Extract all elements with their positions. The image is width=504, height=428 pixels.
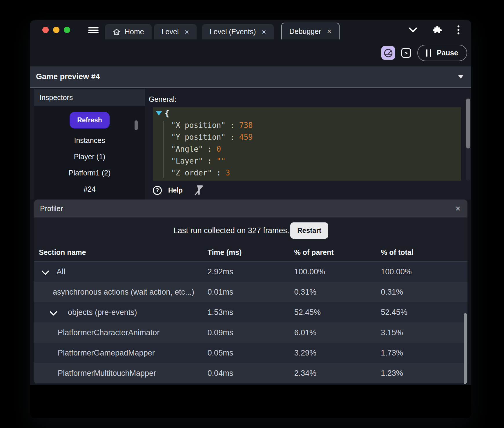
tab-close-icon[interactable]: × — [327, 28, 331, 35]
zoom-window-button[interactable] — [64, 27, 70, 33]
inspector-tree-item[interactable]: #24 — [34, 185, 145, 193]
restart-button[interactable]: Restart — [290, 222, 328, 239]
json-key: "Layer" — [171, 157, 203, 165]
section-name: PlatformerGamepadMapper — [58, 349, 155, 358]
console-prompt-icon: > — [405, 50, 408, 56]
cell-time: 2.92ms — [208, 267, 294, 276]
inspector-tree-item[interactable]: Player (1) — [34, 153, 145, 161]
titlebar-icons — [409, 20, 471, 39]
tab-close-icon[interactable]: × — [184, 28, 189, 36]
profiler-title: Profiler — [40, 204, 63, 213]
json-value: 738 — [239, 121, 253, 130]
section-name: objects (pre-events) — [68, 308, 137, 317]
profiler-scrollbar-thumb[interactable] — [464, 313, 467, 384]
inspector-tree-item[interactable]: Platform1 (2) — [34, 169, 145, 177]
kebab-menu-icon[interactable] — [457, 25, 460, 35]
profiler-status-text: Last run collected on 327 frames. — [173, 226, 289, 235]
json-property-line: "Layer" : "" — [153, 155, 461, 167]
json-separator: : — [203, 145, 217, 153]
profiler-close-icon[interactable]: × — [455, 204, 461, 213]
game-preview-header[interactable]: Game preview #4 — [30, 66, 471, 88]
section-name: PlatformerMultitouchMapper — [58, 369, 156, 378]
section-name: PlatformerCharacterAnimator — [58, 328, 159, 337]
json-separator: : — [212, 168, 226, 177]
close-window-button[interactable] — [42, 27, 49, 33]
json-separator: : — [226, 121, 239, 130]
cell-percent-parent: 6.01% — [294, 328, 381, 337]
cell-percent-parent: 52.45% — [294, 308, 381, 317]
json-key: "Z order" — [171, 168, 212, 177]
pause-button[interactable]: Pause — [417, 45, 467, 61]
expand-chevron-icon[interactable] — [50, 308, 57, 315]
json-value: "" — [217, 157, 226, 165]
profiler-speedometer-button[interactable] — [381, 46, 395, 60]
json-value: 0 — [217, 145, 221, 153]
column-header-percent-total: % of total — [381, 248, 467, 257]
cell-percent-parent: 2.34% — [294, 369, 381, 378]
inspector-content: Inspectors Refresh InstancesPlayer (1)Pl… — [30, 89, 471, 200]
section-name: asynchronous actions (wait action, etc..… — [53, 288, 194, 297]
cell-percent-parent: 0.31% — [294, 288, 381, 297]
json-property-line: "Y position" : 459 — [153, 131, 461, 143]
window-controls — [42, 27, 70, 33]
tab-label: Home — [125, 28, 144, 36]
json-key: "Y position" — [171, 133, 226, 142]
home-icon — [113, 28, 121, 36]
console-button[interactable]: > — [401, 48, 411, 58]
profiler-row-asynchronous-actions-wait-action-etc: asynchronous actions (wait action, etc..… — [34, 282, 467, 302]
tab-debugger[interactable]: Debugger× — [281, 23, 340, 39]
cell-time: 0.05ms — [208, 349, 294, 358]
json-separator: : — [203, 157, 217, 165]
json-value: 459 — [239, 133, 253, 142]
unpin-icon[interactable] — [193, 184, 205, 197]
cell-percent-total: 0.31% — [381, 288, 467, 297]
help-icon[interactable]: ? — [153, 186, 162, 195]
tab-strip: HomeLevel×Level (Events)×Debugger× — [105, 23, 340, 39]
json-property-line: "Angle" : 0 — [153, 143, 461, 155]
inspectors-panel-header: Inspectors — [34, 89, 145, 106]
cell-time: 0.04ms — [208, 369, 294, 378]
json-inspector: { "X position" : 738"Y position" : 459"A… — [153, 107, 461, 181]
profiler-header: Profiler × — [34, 200, 467, 217]
debugger-toolbar: > Pause — [30, 39, 471, 66]
content-scrollbar-thumb[interactable] — [466, 99, 470, 148]
cell-percent-total: 1.73% — [381, 349, 467, 358]
extensions-puzzle-icon[interactable] — [432, 25, 442, 35]
inspectors-tree: Refresh InstancesPlayer (1)Platform1 (2)… — [34, 106, 145, 200]
json-property-line: "X position" : 738 — [153, 119, 461, 131]
inspectors-scrollbar-thumb[interactable] — [135, 120, 138, 130]
tab-label: Level — [162, 28, 179, 36]
pause-icon — [426, 49, 431, 57]
profiler-row-platformergamepadmapper: PlatformerGamepadMapper0.05ms3.29%1.73% — [34, 343, 467, 363]
json-collapse-triangle-icon[interactable] — [156, 111, 162, 115]
profiler-row-platformercharacteranimator: PlatformerCharacterAnimator0.09ms6.01%3.… — [34, 322, 467, 343]
json-root-line: { — [153, 107, 461, 119]
caret-down-icon[interactable] — [458, 75, 464, 79]
content-scrollbar-track[interactable] — [466, 97, 470, 181]
help-row: ? Help — [153, 184, 205, 197]
section-name: All — [57, 267, 65, 276]
minimize-window-button[interactable] — [53, 27, 59, 33]
cell-percent-total: 52.45% — [381, 308, 467, 317]
profiler-column-headers: Section name Time (ms) % of parent % of … — [34, 244, 467, 262]
json-indent-guide — [163, 121, 164, 178]
tab-label: Level (Events) — [210, 28, 256, 36]
cell-time: 1.53ms — [208, 308, 294, 317]
tab-home[interactable]: Home — [105, 24, 152, 39]
game-preview-title: Game preview #4 — [36, 72, 100, 81]
inspector-tree-item[interactable]: Instances — [34, 136, 145, 145]
column-header-section-name: Section name — [34, 248, 208, 257]
column-header-time: Time (ms) — [208, 248, 294, 257]
chevron-down-icon[interactable] — [409, 27, 417, 32]
cell-percent-parent: 3.29% — [294, 349, 381, 358]
tab-level-events-[interactable]: Level (Events)× — [202, 24, 274, 39]
tab-level[interactable]: Level× — [154, 24, 197, 39]
json-separator: : — [226, 133, 239, 142]
json-value: 3 — [226, 168, 230, 177]
expand-chevron-icon[interactable] — [41, 267, 49, 275]
refresh-button[interactable]: Refresh — [70, 112, 110, 128]
tab-close-icon[interactable]: × — [262, 28, 266, 36]
debugger-window: HomeLevel×Level (Events)×Debugger× > Pau… — [30, 20, 471, 418]
help-label[interactable]: Help — [168, 186, 183, 194]
hamburger-menu-icon[interactable] — [88, 27, 99, 33]
